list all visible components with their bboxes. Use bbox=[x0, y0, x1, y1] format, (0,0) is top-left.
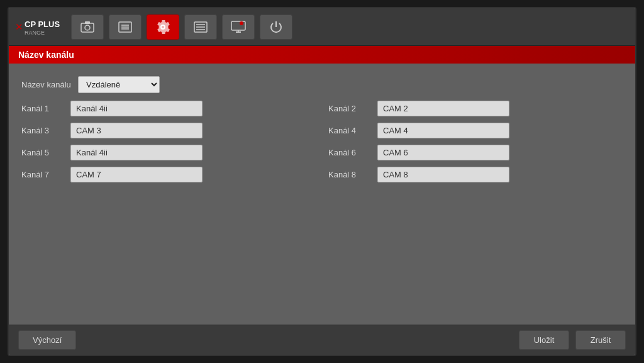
logo-title: CP PLUS bbox=[25, 20, 60, 29]
channel-3-label: Kanál 3 bbox=[21, 126, 65, 135]
monitor-container: ✕ CP PLUS RANGE bbox=[8, 7, 636, 356]
nav-btn-power[interactable] bbox=[260, 14, 292, 40]
default-button[interactable]: Výchozí bbox=[18, 330, 76, 350]
channel-4-input[interactable] bbox=[377, 123, 509, 138]
save-button[interactable]: Uložit bbox=[519, 330, 569, 350]
logo-area: ✕ CP PLUS RANGE bbox=[15, 18, 60, 36]
logo-text-group: CP PLUS RANGE bbox=[25, 18, 60, 36]
channel-row-4: Kanál 4 bbox=[328, 123, 623, 138]
channel-row-1: Kanál 1 bbox=[21, 101, 316, 116]
channel-8-input[interactable] bbox=[377, 167, 509, 182]
channel-6-input[interactable] bbox=[377, 145, 509, 160]
form-area: Název kanálu Vzdáleně Místně Kanál 1 Kan… bbox=[9, 64, 635, 325]
svg-rect-2 bbox=[85, 21, 90, 24]
channel-8-label: Kanál 8 bbox=[328, 170, 372, 179]
channel-3-input[interactable] bbox=[70, 123, 203, 138]
top-nav-bar: ✕ CP PLUS RANGE bbox=[9, 8, 635, 46]
channel-2-label: Kanál 2 bbox=[328, 104, 372, 113]
logo-x: ✕ bbox=[15, 21, 23, 33]
nav-btn-camera[interactable] bbox=[71, 14, 104, 40]
svg-point-14 bbox=[240, 21, 243, 25]
channel-row-7: Kanál 7 bbox=[21, 167, 316, 182]
nav-btn-display[interactable] bbox=[222, 14, 255, 40]
channel-7-input[interactable] bbox=[70, 167, 203, 182]
bottom-bar: Výchozí Uložit Zrušit bbox=[9, 325, 635, 355]
channel-grid: Kanál 1 Kanál 2 Kanál 3 Kanál 4 bbox=[21, 101, 623, 182]
channel-row-3: Kanál 3 bbox=[21, 123, 316, 138]
channel-4-label: Kanál 4 bbox=[328, 126, 372, 135]
svg-rect-0 bbox=[81, 23, 94, 32]
channel-1-input[interactable] bbox=[70, 101, 203, 116]
channel-name-row: Název kanálu Vzdáleně Místně bbox=[21, 76, 623, 93]
channel-row-2: Kanál 2 bbox=[328, 101, 623, 116]
channel-row-8: Kanál 8 bbox=[328, 167, 623, 182]
bottom-right-buttons: Uložit Zrušit bbox=[519, 330, 626, 350]
nav-btn-settings[interactable] bbox=[147, 14, 179, 40]
cancel-button[interactable]: Zrušit bbox=[575, 330, 626, 350]
channel-5-label: Kanál 5 bbox=[21, 148, 65, 157]
channel-2-input[interactable] bbox=[377, 101, 509, 116]
channel-name-label: Název kanálu bbox=[21, 80, 72, 89]
section-title-bar: Název kanálu bbox=[9, 46, 635, 64]
mode-select[interactable]: Vzdáleně Místně bbox=[78, 76, 160, 93]
channel-row-5: Kanál 5 bbox=[21, 145, 316, 160]
channel-6-label: Kanál 6 bbox=[328, 148, 372, 157]
content-area: Název kanálu Název kanálu Vzdáleně Místn… bbox=[9, 46, 635, 355]
svg-point-1 bbox=[85, 25, 90, 30]
channel-7-label: Kanál 7 bbox=[21, 170, 65, 179]
nav-btn-list[interactable] bbox=[184, 14, 217, 40]
channel-row-6: Kanál 6 bbox=[328, 145, 623, 160]
logo-subtitle: RANGE bbox=[25, 30, 60, 36]
channel-1-label: Kanál 1 bbox=[21, 104, 65, 113]
channel-5-input[interactable] bbox=[70, 145, 203, 160]
nav-btn-menu[interactable] bbox=[109, 14, 142, 40]
section-title: Název kanálu bbox=[18, 50, 74, 60]
